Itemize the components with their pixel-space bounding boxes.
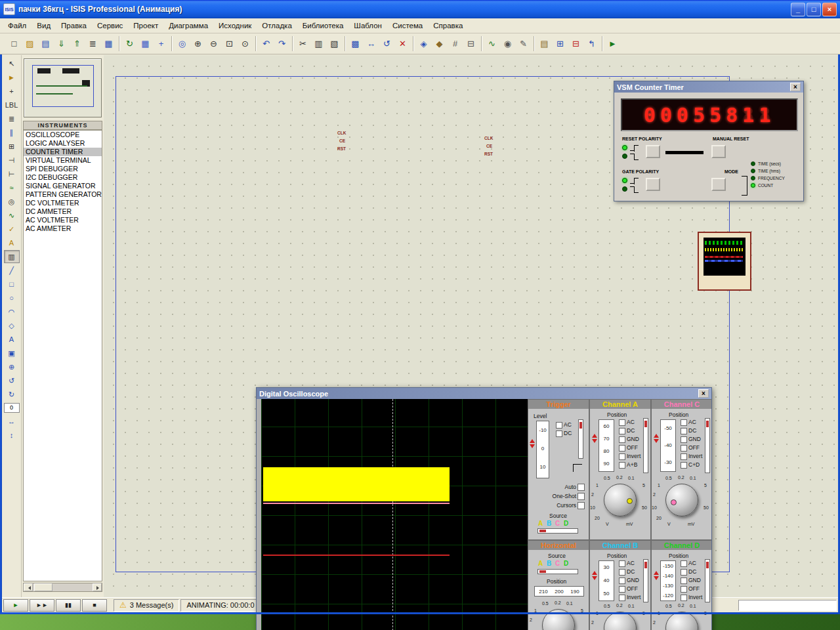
circle-2d-icon[interactable]: ○: [4, 291, 20, 304]
source-letter[interactable]: C: [553, 560, 562, 567]
source-letter[interactable]: D: [562, 560, 570, 567]
level-arrows-icon[interactable]: [530, 436, 536, 451]
minimize-icon[interactable]: _: [791, 3, 805, 16]
source-letter[interactable]: C: [553, 520, 562, 527]
arc-2d-icon[interactable]: ◠: [4, 305, 20, 318]
bus-icon[interactable]: ∥: [4, 126, 20, 139]
grid-toggle-icon[interactable]: ▦: [138, 36, 153, 51]
instrument-item[interactable]: SPI DEBUGGER: [24, 165, 102, 173]
coupling-slider[interactable]: [578, 419, 583, 459]
toolbar-icon[interactable]: [169, 36, 174, 51]
menu-item[interactable]: Отладка: [257, 20, 297, 31]
block-move-icon[interactable]: ↔: [364, 36, 379, 51]
marker-2d-icon[interactable]: ⊕: [4, 360, 20, 373]
menu-item[interactable]: Шаблон: [348, 20, 387, 31]
position-arrows-icon[interactable]: [592, 568, 598, 583]
close-icon[interactable]: ×: [790, 83, 801, 91]
manual-reset-button[interactable]: [711, 145, 726, 158]
instrument-item[interactable]: VIRTUAL TERMINAL: [24, 156, 102, 165]
instrument-item[interactable]: OSCILLOSCOPE: [24, 131, 102, 139]
selector-scrollbar[interactable]: [23, 583, 102, 592]
source-letter[interactable]: B: [545, 560, 553, 567]
message-box[interactable]: ⚠ 3 Message(s): [114, 599, 179, 612]
virtual-instruments-icon[interactable]: ▥: [4, 250, 20, 263]
subcircuit-icon[interactable]: ⊞: [4, 140, 20, 153]
remove-sheet-icon[interactable]: ⊟: [568, 36, 583, 51]
export-icon[interactable]: ⇑: [70, 36, 85, 51]
rotation-angle-display[interactable]: 0: [4, 403, 20, 413]
counter-timer-titlebar[interactable]: VSM Counter Timer ×: [614, 81, 803, 93]
component-mode-icon[interactable]: ►: [4, 71, 20, 84]
close-icon[interactable]: ×: [822, 3, 837, 16]
instrument-item[interactable]: DC VOLTMETER: [24, 199, 102, 207]
menu-item[interactable]: Правка: [56, 20, 92, 31]
instrument-item[interactable]: AC AMMETER: [24, 224, 102, 233]
timebase-knob[interactable]: 0.50.20.1125: [529, 601, 589, 630]
close-icon[interactable]: ×: [698, 389, 709, 398]
maximize-icon[interactable]: □: [807, 3, 821, 16]
gate-polarity-button[interactable]: [646, 178, 660, 191]
import-icon[interactable]: ⇓: [54, 36, 69, 51]
stop-button[interactable]: ■: [82, 599, 107, 612]
menu-item[interactable]: Проект: [128, 20, 163, 31]
origin-icon[interactable]: +: [154, 36, 169, 51]
toolbar-icon[interactable]: [479, 36, 484, 51]
trigger-edge-icon[interactable]: [573, 464, 582, 472]
position-arrows-icon[interactable]: [654, 431, 660, 446]
voltage-probe-icon[interactable]: ✓: [4, 222, 20, 236]
graph-mode-icon[interactable]: ≈: [4, 181, 20, 194]
oscilloscope-titlebar[interactable]: Digital Oscilloscope ×: [257, 388, 711, 399]
channel-b-slider[interactable]: [643, 559, 648, 602]
cut-icon[interactable]: ✂: [295, 36, 310, 51]
new-file-icon[interactable]: □: [7, 36, 22, 51]
decompose-icon[interactable]: ⊟: [463, 36, 478, 51]
reset-polarity-button[interactable]: [646, 145, 660, 158]
block-rotate-icon[interactable]: ↺: [379, 36, 394, 51]
pause-button[interactable]: ▮▮: [56, 599, 81, 612]
menu-item[interactable]: Файл: [3, 20, 32, 31]
mode-button[interactable]: [711, 178, 726, 191]
rotate-cw-icon[interactable]: ↻: [4, 388, 20, 401]
toolbar-icon[interactable]: [532, 36, 536, 51]
terminal-icon[interactable]: ⊣: [4, 154, 20, 167]
make-device-icon[interactable]: ◆: [432, 36, 447, 51]
scrollbar-thumb[interactable]: [34, 583, 52, 591]
tape-recorder-icon[interactable]: ◎: [4, 195, 20, 208]
device-pin-icon[interactable]: ⊢: [4, 167, 20, 180]
menu-item[interactable]: Библиотека: [297, 20, 349, 31]
instrument-item[interactable]: I2C DEBUGGER: [24, 173, 102, 182]
position-arrows-icon[interactable]: [592, 431, 598, 446]
trigger-mode-option[interactable]: Cursors: [532, 501, 585, 510]
redo-icon[interactable]: ↷: [274, 36, 289, 51]
zoom-all-icon[interactable]: ⊙: [238, 36, 253, 51]
coupling-option[interactable]: AC: [556, 421, 577, 429]
print-icon[interactable]: ≣: [85, 36, 100, 51]
packaging-tool-icon[interactable]: #: [448, 36, 463, 51]
path-2d-icon[interactable]: ◇: [4, 319, 20, 332]
paste-icon[interactable]: ▧: [327, 36, 342, 51]
symbol-2d-icon[interactable]: ▣: [4, 346, 20, 360]
menu-item[interactable]: Диаграмма: [163, 20, 213, 31]
wire-label-icon[interactable]: LBL: [4, 98, 20, 112]
source-letter[interactable]: B: [545, 520, 553, 527]
scroll-right-icon[interactable]: [93, 583, 102, 591]
position-arrows-icon[interactable]: [654, 568, 660, 583]
toolbar-icon[interactable]: [411, 36, 415, 51]
new-sheet-icon[interactable]: ⊞: [553, 36, 568, 51]
horizontal-source-slider[interactable]: [537, 569, 578, 574]
channel-b-position-slider[interactable]: 304050: [598, 560, 614, 601]
center-at-cursor-icon[interactable]: ◎: [175, 36, 190, 51]
horizontal-position-slider[interactable]: 210200190: [534, 586, 584, 597]
oscilloscope-screen[interactable]: [261, 399, 528, 630]
refresh-icon[interactable]: ↻: [122, 36, 137, 51]
trigger-source-slider[interactable]: [537, 528, 578, 534]
block-delete-icon[interactable]: ✕: [395, 36, 410, 51]
line-2d-icon[interactable]: ╱: [4, 264, 20, 277]
channel-b-gain-knob[interactable]: 0.50.20.1125: [591, 604, 651, 630]
design-explorer-icon[interactable]: ▤: [537, 36, 552, 51]
menu-item[interactable]: Исходник: [213, 20, 257, 31]
mirror-vertical-icon[interactable]: ↕: [4, 429, 20, 442]
menu-item[interactable]: Сервис: [92, 20, 128, 31]
instrument-item[interactable]: AC VOLTMETER: [24, 216, 102, 224]
rotate-ccw-icon[interactable]: ↺: [4, 374, 20, 387]
